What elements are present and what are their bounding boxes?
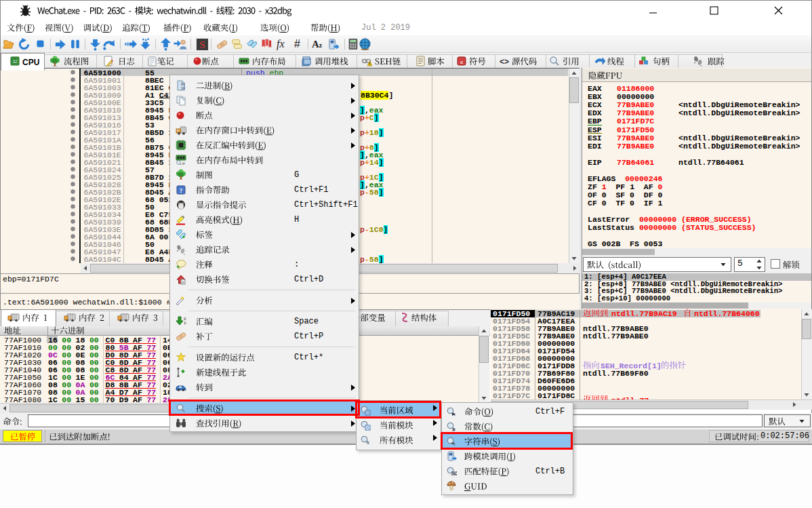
svg-text:32: 32 xyxy=(12,59,18,64)
svg-text:10: 10 xyxy=(181,87,185,91)
svg-text:@: @ xyxy=(182,161,185,165)
svg-text:a: a xyxy=(460,58,463,65)
svg-text:10: 10 xyxy=(184,321,186,326)
svg-text:n: n xyxy=(182,280,184,285)
svg-text:S: S xyxy=(199,39,205,50)
svg-text:#: # xyxy=(452,427,455,432)
svg-text:?: ? xyxy=(180,187,183,194)
